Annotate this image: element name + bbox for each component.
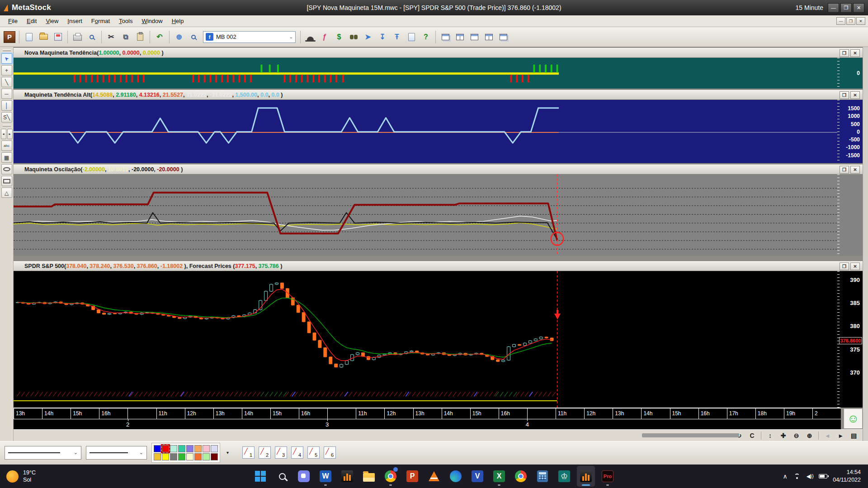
excel-button[interactable]: X	[490, 466, 508, 487]
options-scope-button[interactable]: $	[332, 30, 346, 44]
color-swatch[interactable]	[203, 445, 210, 452]
color-swatch[interactable]	[186, 453, 193, 460]
help-pointer-button[interactable]: ?	[419, 30, 433, 44]
paste-button[interactable]	[133, 30, 147, 44]
panel-close-button[interactable]: ✕	[850, 263, 860, 270]
panel-header-p1[interactable]: Nova Maquineta Tendência (1.00000, 0.000…	[14, 48, 863, 58]
taskbar-clock[interactable]: 14:54 04/11/2022	[833, 469, 861, 484]
color-swatch[interactable]	[186, 445, 193, 452]
print-preview-button[interactable]	[85, 30, 99, 44]
mdi-restore-button[interactable]: ❐	[846, 17, 855, 25]
color-swatch[interactable]	[194, 445, 202, 452]
battery-icon[interactable]	[819, 474, 827, 479]
panel-maximize-button[interactable]: ❐	[840, 91, 849, 99]
data-window-button[interactable]: ▤	[848, 431, 860, 441]
page-prev-button[interactable]: ◂	[821, 431, 834, 441]
new-chart-button[interactable]	[22, 30, 36, 44]
system-tester-button[interactable]: Ŧ	[390, 30, 404, 44]
window-options-button[interactable]	[496, 30, 510, 44]
menu-edit[interactable]: Edit	[22, 16, 41, 26]
smiley-button[interactable]: ☺	[844, 408, 863, 429]
price-scale-p4[interactable]: 390385380375370376.8600	[837, 271, 863, 408]
color-swatch[interactable]	[203, 453, 210, 460]
chart-preset-5-button[interactable]: 5	[307, 446, 320, 459]
panel-close-button[interactable]: ✕	[850, 166, 860, 174]
taskbar-weather[interactable]: 19°C Sol	[6, 465, 36, 488]
search-button[interactable]	[273, 466, 291, 487]
plot-area-p2[interactable]	[14, 100, 837, 163]
copy-button[interactable]: ⧉	[119, 30, 132, 44]
triangle-tool[interactable]: △	[1, 188, 12, 198]
recalc-button[interactable]: C	[746, 431, 758, 441]
scrollbar-thumb[interactable]	[642, 433, 739, 437]
tile-vertical-button[interactable]	[453, 30, 467, 44]
start-button[interactable]	[251, 466, 269, 487]
zoom-box-button[interactable]	[187, 30, 200, 44]
edge-button[interactable]	[447, 466, 465, 487]
indicator-builder-button[interactable]: ƒ	[318, 30, 331, 44]
grid-tool[interactable]: ▦	[1, 152, 12, 163]
chart-preset-3-button[interactable]: 3	[275, 446, 287, 459]
maximize-button[interactable]: ❐	[840, 3, 852, 13]
page-next-button[interactable]: ▸	[835, 431, 847, 441]
volume-icon[interactable]: ◀⟩⟩	[807, 473, 814, 479]
wifi-icon[interactable]	[793, 474, 801, 479]
explorer-button[interactable]	[347, 30, 360, 44]
fit-vertical-button[interactable]: ↕	[764, 431, 776, 441]
menu-file[interactable]: File	[4, 16, 22, 26]
vlc-button[interactable]	[425, 466, 443, 487]
save-chart-button[interactable]	[51, 30, 65, 44]
tile-horizontal-button[interactable]	[467, 30, 481, 44]
panel-maximize-button[interactable]: ❐	[840, 49, 849, 57]
chrome-profile-button[interactable]	[382, 466, 400, 487]
color-swatch[interactable]	[170, 453, 177, 460]
plot-area-p4[interactable]	[14, 271, 837, 408]
menu-help[interactable]: Help	[167, 16, 189, 26]
power-console-button[interactable]: P	[3, 30, 16, 44]
print-button[interactable]	[71, 30, 84, 44]
chart-preset-6-button[interactable]: 6	[324, 446, 336, 459]
panel-header-p2[interactable]: Maquineta Tendência Alt (14.5088, 2.9118…	[14, 90, 863, 100]
chart-preset-2-button[interactable]: 2	[259, 446, 271, 459]
color-swatch[interactable]	[162, 445, 169, 452]
scroll-right-button[interactable]: ▸	[7, 129, 13, 139]
text-note-tool[interactable]: abc	[1, 141, 12, 151]
close-button[interactable]: ✕	[853, 3, 864, 13]
file-explorer-button[interactable]	[360, 466, 378, 487]
zoom-out-button[interactable]: ⊖	[790, 431, 802, 441]
chat-teams-button[interactable]	[295, 466, 313, 487]
panel-maximize-button[interactable]: ❐	[840, 166, 849, 174]
chrome-button[interactable]	[512, 466, 530, 487]
mdi-close-button[interactable]: ✕	[856, 17, 865, 25]
plot-area-p1[interactable]	[14, 58, 837, 89]
pan-button[interactable]: ✚	[777, 431, 789, 441]
cascade-windows-button[interactable]	[439, 30, 452, 44]
tray-chevron-icon[interactable]: ∧	[783, 473, 788, 480]
scroll-left-button[interactable]: ◂	[1, 129, 6, 139]
color-swatch[interactable]	[162, 453, 169, 460]
report-button[interactable]	[405, 30, 418, 44]
panel-header-p3[interactable]: Maquineta Oscilação (-2.00000, 10.8015, …	[14, 164, 863, 174]
word-button[interactable]: W	[316, 466, 335, 487]
vertical-scrollbar[interactable]	[863, 47, 868, 441]
panel-maximize-button[interactable]: ❐	[840, 263, 849, 270]
tile-quad-button[interactable]	[482, 30, 495, 44]
horizontal-line-tool[interactable]: ─	[1, 89, 12, 99]
line-style-dropdown[interactable]: ⌄	[5, 446, 81, 460]
color-swatch[interactable]	[211, 445, 218, 452]
expert-advisor-button[interactable]	[303, 30, 317, 44]
minimize-button[interactable]: —	[828, 3, 839, 13]
chart-preset-1-button[interactable]: 1	[242, 446, 255, 459]
trendline-tool[interactable]: ╲	[1, 77, 12, 87]
mdi-minimize-button[interactable]: —	[836, 17, 845, 25]
color-swatch[interactable]	[154, 445, 161, 452]
zoom-in-button[interactable]: ⊕	[803, 431, 816, 441]
vertical-line-tool[interactable]: │	[1, 100, 12, 111]
color-swatch[interactable]	[178, 453, 185, 460]
plot-area-p3[interactable]	[14, 174, 837, 256]
menu-format[interactable]: Format	[87, 16, 114, 26]
open-chart-button[interactable]	[37, 30, 50, 44]
menu-view[interactable]: View	[41, 16, 63, 26]
rectangle-tool[interactable]	[1, 176, 12, 186]
ellipse-tool[interactable]	[1, 164, 12, 174]
